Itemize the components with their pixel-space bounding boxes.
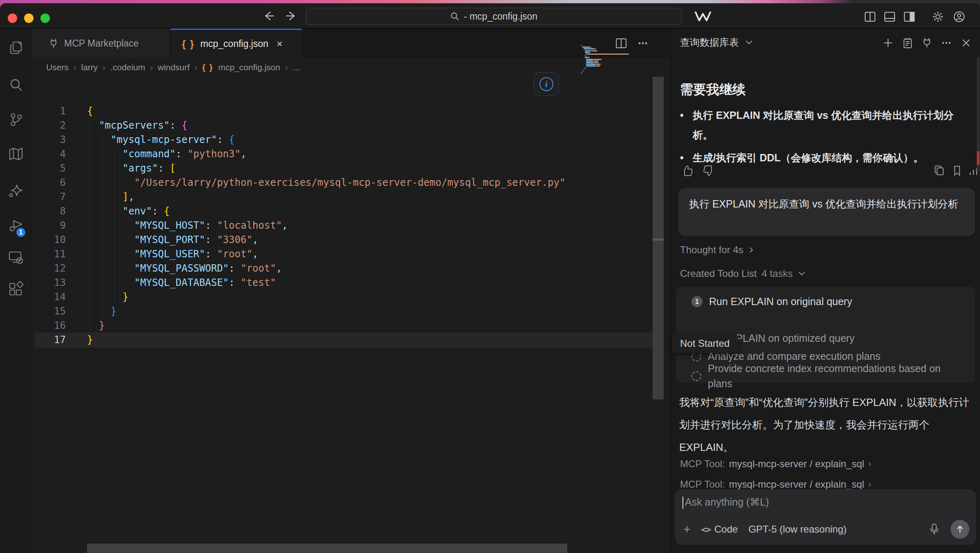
minimap-line — [585, 55, 586, 56]
code-line[interactable]: "/Users/larry/python-exercises/mysql-mcp… — [87, 176, 565, 190]
line-number: 11 — [32, 247, 66, 261]
breadcrumb-item[interactable]: larry — [81, 62, 98, 72]
attach-plus-icon[interactable]: + — [683, 522, 691, 536]
thumbs-up-icon[interactable] — [681, 164, 694, 177]
more-actions-icon[interactable] — [940, 37, 953, 49]
tab-label: mcp_config.json — [200, 38, 268, 49]
mcp-tool-row[interactable]: MCP Tool:mysql-mcp-server / explain_sql› — [680, 479, 871, 490]
code-line[interactable]: "command": "python3", — [87, 147, 246, 161]
code-line[interactable]: ], — [87, 190, 134, 204]
code-editor[interactable]: 1{2 "mcpServers": {3 "mysql-mcp-server":… — [32, 77, 670, 553]
cascade-sparkle-icon[interactable] — [8, 183, 24, 200]
bookmark-icon[interactable] — [951, 164, 964, 177]
explorer-icon[interactable] — [8, 40, 24, 56]
code-line[interactable]: } — [87, 333, 93, 347]
search-sidebar-icon[interactable] — [8, 77, 24, 93]
code-line[interactable]: "MYSQL_PORT": "3306", — [87, 233, 258, 247]
thumbs-down-icon[interactable] — [702, 164, 715, 177]
todo-card: Not Started 1Run EXPLAIN on original que… — [676, 287, 975, 383]
breadcrumb-file[interactable]: mcp_config.json — [218, 62, 280, 72]
minimap-line — [586, 64, 595, 65]
model-selector[interactable]: GPT-5 (low reasoning) — [748, 524, 846, 535]
editor-vertical-scrollbar[interactable] — [653, 77, 664, 399]
todo-pending-icon — [691, 371, 701, 381]
line-number: 1 — [32, 104, 66, 118]
minimap[interactable] — [581, 45, 651, 82]
code-line[interactable]: { — [87, 104, 93, 118]
thought-row[interactable]: Thought for 4s — [680, 244, 754, 256]
breadcrumb-item[interactable]: windsurf — [158, 62, 190, 72]
breadcrumb-item[interactable]: .codeium — [110, 62, 145, 72]
source-control-icon[interactable] — [8, 111, 24, 128]
breadcrumb-item[interactable]: Users — [46, 62, 69, 72]
minimize-window-button[interactable] — [24, 13, 34, 23]
info-icon: i — [539, 77, 553, 91]
copy-icon[interactable] — [933, 164, 946, 177]
mcp-plug-icon[interactable] — [921, 37, 933, 49]
split-columns-icon[interactable] — [864, 11, 876, 22]
new-conversation-icon[interactable] — [882, 37, 894, 49]
remote-explorer-icon[interactable] — [8, 249, 24, 265]
minimap-line — [582, 47, 589, 48]
back-arrow-icon[interactable] — [262, 10, 275, 22]
chat-input[interactable]: Ask anything (⌘L) + <>Code GPT-5 (low re… — [675, 489, 976, 545]
code-line[interactable]: "args": [ — [87, 161, 176, 176]
line-number: 7 — [32, 190, 66, 204]
breadcrumb[interactable]: Users›larry›.codeium›windsurf›{ }mcp_con… — [46, 58, 300, 77]
panel-scrollbar-marker — [977, 151, 980, 165]
line-number: 4 — [32, 147, 66, 161]
thought-label: Thought for 4s — [680, 244, 743, 256]
todo-pending-icon — [691, 352, 701, 361]
code-line[interactable]: "mysql-mcp-server": { — [87, 133, 235, 147]
code-line[interactable]: } — [87, 290, 128, 304]
settings-gear-icon[interactable] — [932, 11, 944, 22]
editor-horizontal-scrollbar[interactable] — [87, 544, 567, 553]
mcp-tool-label: MCP Tool: — [680, 458, 725, 470]
send-button[interactable] — [951, 520, 969, 539]
todo-item[interactable]: Provide concrete index recommendations b… — [691, 361, 961, 391]
text-caret — [682, 497, 683, 509]
close-panel-icon[interactable] — [960, 37, 972, 49]
code-line[interactable]: "MYSQL_DATABASE": "test" — [87, 276, 276, 290]
tab-mcp-marketplace[interactable]: MCP Marketplace — [32, 29, 170, 58]
account-icon[interactable] — [953, 11, 965, 22]
code-line[interactable]: } — [87, 319, 105, 333]
json-braces-icon: { } — [202, 63, 213, 72]
minimap-line — [594, 62, 598, 63]
todo-item[interactable]: XPLAIN on optimized query — [729, 332, 855, 344]
minimap-line — [600, 64, 601, 65]
command-center-search[interactable]: - mcp_config.json — [306, 8, 682, 25]
extensions-icon[interactable] — [8, 281, 24, 297]
close-window-button[interactable] — [8, 13, 17, 23]
todo-list-icon[interactable] — [902, 37, 914, 49]
code-line[interactable]: "mcpServers": { — [87, 118, 188, 133]
tab-close-icon[interactable]: × — [277, 38, 283, 50]
todo-text: Provide concrete index recommendations b… — [708, 361, 961, 391]
todo-count: 4 tasks — [762, 268, 793, 279]
layout-panel-icon[interactable] — [884, 11, 896, 22]
todo-item[interactable]: 1Run EXPLAIN on original query — [691, 296, 852, 308]
mcp-tool-row[interactable]: MCP Tool:mysql-mcp-server / explain_sql› — [680, 458, 871, 470]
code-line[interactable]: "MYSQL_HOST": "localhost", — [87, 219, 288, 233]
minimap-line — [585, 57, 588, 58]
todo-list-header[interactable]: Created Todo List 4 tasks — [680, 268, 806, 279]
minimap-line — [589, 57, 590, 58]
tab-mcp-config-json[interactable]: { } mcp_config.json × — [170, 29, 302, 58]
send-arrow-icon — [955, 524, 965, 534]
mode-selector[interactable]: <>Code — [701, 524, 738, 535]
map-marketplace-icon[interactable] — [8, 146, 24, 162]
breadcrumb-separator: › — [195, 63, 197, 72]
code-line[interactable]: } — [87, 304, 116, 319]
line-number: 14 — [32, 290, 66, 304]
code-line[interactable]: "env": { — [87, 204, 170, 219]
code-line[interactable]: "MYSQL_PASSWORD": "root", — [87, 261, 282, 276]
line-number: 2 — [32, 118, 66, 133]
info-button[interactable]: i — [534, 72, 559, 96]
layout-sidebar-right-icon[interactable] — [903, 11, 915, 22]
breadcrumb-more[interactable]: ... — [293, 62, 300, 72]
microphone-icon[interactable] — [929, 523, 940, 536]
forward-arrow-icon[interactable] — [284, 10, 298, 22]
conversation-title[interactable]: 查询数据库表 — [680, 36, 754, 49]
code-line[interactable]: "MYSQL_USER": "root", — [87, 247, 258, 261]
maximize-window-button[interactable] — [40, 13, 50, 23]
